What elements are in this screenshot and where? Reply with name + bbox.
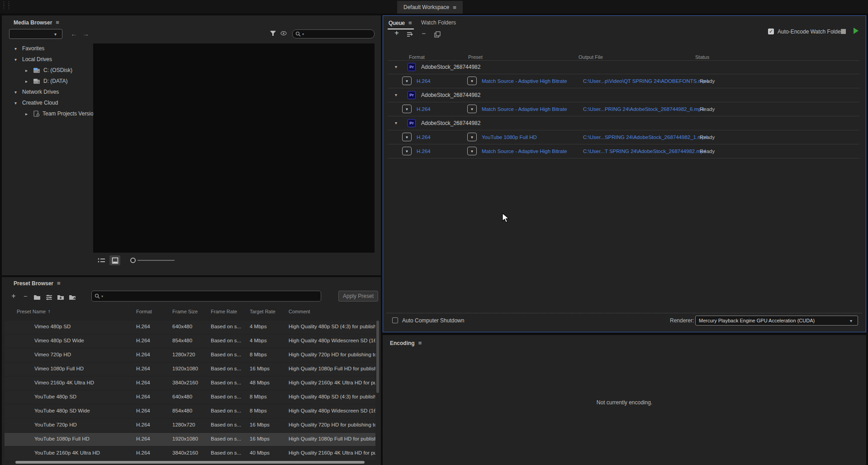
panel-grip-icon[interactable]: ⋮⋮⋮⋮ [1,1,6,9]
job-preset-link[interactable]: Match Source - Adaptive High Bitrate [482,106,567,112]
preset-row-selected[interactable]: YouTube 1080p Full HD H.264 1920x1080 Ba… [5,433,375,446]
search-scope-chevron-icon[interactable]: ▾ [302,32,307,36]
search-scope-chevron-icon[interactable]: ▾ [101,294,106,298]
tree-item-network-drives[interactable]: ▾ Network Drives [14,87,59,97]
forward-button[interactable]: → [82,30,89,38]
job-output-link[interactable]: C:\User...p\Video\QT SPRING 24\ADOBEFONT… [583,78,708,84]
column-header-format[interactable]: Format [136,309,152,314]
column-header-preset-name[interactable]: Preset Name [17,309,46,314]
chevron-down-icon[interactable]: ▾ [395,64,399,69]
tree-item-favorites[interactable]: ▾ Favorites [14,43,44,53]
chevron-right-icon[interactable]: ▸ [25,79,30,84]
media-search-input[interactable]: ▾ [292,29,375,38]
media-content-area[interactable] [93,43,375,253]
thumbnail-view-button[interactable] [109,255,120,265]
apply-preset-button[interactable]: Apply Preset [338,291,378,302]
column-header-frame-rate[interactable]: Frame Rate [211,309,237,314]
zoom-slider-knob[interactable] [130,258,136,263]
chevron-down-icon[interactable]: ▾ [14,57,19,62]
job-preset-link[interactable]: Match Source - Adaptive High Bitrate [482,149,567,154]
back-button[interactable]: ← [71,30,77,38]
job-output-link[interactable]: C:\User...PRING 24\AdobeStock_268744982_… [583,106,704,112]
chevron-right-icon[interactable]: ▸ [25,68,30,73]
job-preset-link[interactable]: YouTube 1080p Full HD [482,134,537,140]
media-source-select[interactable]: ▾ [9,29,62,39]
queue-group-row[interactable]: ▾ Pr AdobeStock_268744982 [388,60,859,74]
preset-row[interactable]: Vimeo 480p SD H.264 640x480 Based on s..… [5,321,375,334]
zoom-slider-track[interactable] [138,260,175,261]
format-dropdown[interactable]: ▾ [402,147,412,155]
sort-ascending-icon[interactable]: ↑ [48,308,51,314]
queue-job-row[interactable]: ▾ H.264 ▾ Match Source - Adaptive High B… [388,144,859,158]
create-preset-button[interactable]: + [9,292,18,301]
tree-item-d-drive[interactable]: ▸ D: (DATA) [25,76,68,86]
chevron-down-icon[interactable]: ▾ [14,90,19,95]
preset-row[interactable]: YouTube 2160p 4K Ultra HD H.264 3840x216… [5,447,375,460]
tree-item-c-drive[interactable]: ▸ C: (OSDisk) [25,65,72,75]
export-preset-icon[interactable] [68,292,77,302]
preset-dropdown[interactable]: ▾ [467,133,477,141]
column-header-frame-size[interactable]: Frame Size [172,309,198,314]
delete-preset-button[interactable]: − [21,292,30,301]
format-dropdown[interactable]: ▾ [402,77,412,85]
tree-item-creative-cloud[interactable]: ▾ Creative Cloud [14,98,58,108]
preset-row[interactable]: Vimeo 480p SD Wide H.264 854x480 Based o… [5,335,375,348]
preset-row[interactable]: YouTube 480p SD H.264 640x480 Based on s… [5,391,375,404]
preset-dropdown[interactable]: ▾ [467,147,477,155]
preset-search-input[interactable]: ▾ [91,291,321,302]
import-preset-icon[interactable] [56,292,65,302]
job-preset-link[interactable]: Match Source - Adaptive High Bitrate [482,78,567,84]
auto-encode-checkbox[interactable]: ✓ [768,29,774,34]
queue-job-row[interactable]: ▾ H.264 ▾ Match Source - Adaptive High B… [388,74,859,88]
start-queue-button[interactable] [854,28,859,34]
vertical-scrollbar[interactable] [376,321,379,393]
column-header-target-rate[interactable]: Target Rate [250,309,275,314]
media-browser-menu-icon[interactable]: ≡ [56,19,59,26]
new-group-icon[interactable] [33,292,42,302]
chevron-right-icon[interactable]: ▸ [25,111,30,116]
workspace-tab[interactable]: Default Workspace ≡ [397,1,463,14]
list-view-button[interactable] [96,255,107,265]
preset-row[interactable]: Vimeo 720p HD H.264 1280x720 Based on s.… [5,349,375,362]
preset-row[interactable]: Vimeo 1080p Full HD H.264 1920x1080 Base… [5,363,375,376]
tab-queue[interactable]: Queue ≡ [389,19,412,26]
job-output-link[interactable]: C:\User...T SPRING 24\AdobeStock_2687449… [583,149,707,154]
horizontal-scrollbar[interactable] [15,461,365,464]
remove-button[interactable]: − [419,29,428,38]
preset-settings-icon[interactable] [44,292,53,302]
chevron-down-icon[interactable]: ▾ [14,46,19,51]
job-output-link[interactable]: C:\User...SPRING 24\AdobeStock_268744982… [583,134,708,140]
chevron-down-icon[interactable]: ▾ [395,120,399,125]
queue-menu-icon[interactable]: ≡ [408,19,412,26]
preset-row[interactable]: Vimeo 2160p 4K Ultra HD H.264 3840x2160 … [5,377,375,390]
renderer-select[interactable]: Mercury Playback Engine GPU Acceleration… [695,316,858,326]
preset-browser-menu-icon[interactable]: ≡ [57,280,61,287]
tree-item-local-drives[interactable]: ▾ Local Drives [14,54,52,64]
format-dropdown[interactable]: ▾ [402,105,412,113]
stop-queue-button[interactable] [841,29,846,34]
eye-icon[interactable] [280,31,287,36]
preset-dropdown[interactable]: ▾ [467,77,477,85]
tree-item-team-projects[interactable]: ▸ Team Projects Versions [25,109,99,119]
preset-row[interactable]: YouTube 720p HD H.264 1280x720 Based on … [5,419,375,432]
workspace-menu-icon[interactable]: ≡ [453,4,456,11]
preset-row[interactable]: YouTube 480p SD Wide H.264 854x480 Based… [5,405,375,418]
add-source-button[interactable]: + [392,29,401,38]
duplicate-icon[interactable] [433,30,442,39]
chevron-down-icon[interactable]: ▾ [395,92,399,97]
format-dropdown[interactable]: ▾ [402,133,412,141]
column-header-comment[interactable]: Comment [289,309,310,314]
job-format-link[interactable]: H.264 [417,78,431,84]
queue-job-row[interactable]: ▾ H.264 ▾ YouTube 1080p Full HD C:\User.… [388,130,859,144]
job-format-link[interactable]: H.264 [417,106,431,112]
job-format-link[interactable]: H.264 [417,149,431,154]
auto-shutdown-checkbox[interactable] [392,317,398,323]
tab-watch-folders[interactable]: Watch Folders [421,19,456,26]
queue-group-row[interactable]: ▾ Pr AdobeStock_268744982 [388,116,859,130]
queue-group-row[interactable]: ▾ Pr AdobeStock_268744982 [388,88,859,102]
queue-job-row[interactable]: ▾ H.264 ▾ Match Source - Adaptive High B… [388,102,859,116]
add-output-icon[interactable] [406,30,415,39]
encoding-menu-icon[interactable]: ≡ [418,340,422,346]
preset-dropdown[interactable]: ▾ [467,105,477,113]
filter-icon[interactable] [270,30,276,37]
